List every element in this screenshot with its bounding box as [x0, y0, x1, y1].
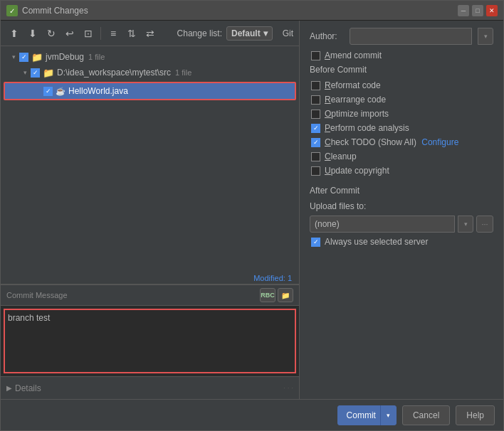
analysis-label: Perform code analysis	[325, 123, 409, 133]
commit-message-input[interactable]: branch test	[6, 312, 293, 368]
author-row: Author: ▾	[310, 28, 493, 45]
toolbar-btn-group[interactable]: ⇅	[124, 26, 140, 41]
file-highlight-wrapper: ☕ HelloWorld.java	[4, 82, 296, 100]
window-icon: ✓	[6, 5, 18, 16]
commit-textarea-border: branch test	[4, 309, 296, 373]
reformat-label: Reformat code	[325, 80, 381, 90]
cancel-button[interactable]: Cancel	[402, 405, 450, 425]
modified-line: Modified: 1	[1, 272, 299, 284]
optimize-checkbox[interactable]	[311, 110, 320, 119]
always-use-checkbox[interactable]	[311, 238, 320, 247]
modified-value: 1	[288, 274, 292, 282]
tree-item-src[interactable]: ▾ 📁 D:\idea_workspace\mytest\src 1 file	[1, 65, 299, 80]
upload-label-row: Upload files to:	[310, 201, 493, 211]
tree-item-helloworld[interactable]: ☕ HelloWorld.java	[5, 83, 295, 99]
window-title: Commit Changes	[22, 6, 458, 16]
toolbar-btn-back[interactable]: ↩	[62, 26, 78, 41]
modified-label: Modified:	[253, 274, 285, 282]
checkbox-src[interactable]	[31, 68, 40, 78]
help-button[interactable]: Help	[456, 405, 495, 425]
expand-arrow-src[interactable]: ▾	[21, 68, 29, 77]
expand-arrow-helloworld	[36, 87, 42, 95]
analysis-row[interactable]: Perform code analysis	[310, 123, 493, 133]
todo-checkbox[interactable]	[311, 138, 320, 147]
rearrange-label: Rearrange code	[325, 95, 386, 105]
reformat-checkbox[interactable]	[311, 81, 320, 90]
cleanup-row[interactable]: Cleanup	[310, 151, 493, 161]
folder-icon-jvmdebug: 📁	[31, 52, 43, 63]
author-input[interactable]	[350, 28, 472, 45]
java-file-icon: ☕	[56, 87, 65, 96]
amend-commit-label: Amend commit	[325, 50, 382, 60]
toolbar-btn-diff[interactable]: ⊡	[80, 26, 96, 41]
todo-row[interactable]: Check TODO (Show All) Configure	[310, 137, 493, 147]
folder-button[interactable]: 📁	[278, 288, 293, 302]
commit-msg-buttons: RBC 📁	[260, 288, 293, 302]
upload-label: Upload files to:	[310, 201, 366, 211]
details-label: Details	[15, 383, 41, 393]
optimize-row[interactable]: Optimize imports	[310, 109, 493, 119]
upload-dropdown-row: (none) ▾ ···	[310, 216, 493, 233]
author-dropdown-btn[interactable]: ▾	[478, 28, 493, 45]
changelist-value: Default	[231, 28, 261, 38]
cleanup-checkbox[interactable]	[311, 152, 320, 161]
amend-commit-row[interactable]: Amend commit	[310, 50, 493, 60]
upload-select-dropdown-btn[interactable]: ▾	[458, 216, 473, 233]
always-use-label: Always use selected server	[325, 237, 428, 247]
tree-count-jvmdebug: 1 file	[88, 53, 105, 61]
analysis-checkbox[interactable]	[311, 124, 320, 133]
right-panel: Author: ▾ Amend commit Before Commit Ref…	[300, 21, 503, 399]
commit-textarea-container: branch test	[1, 306, 299, 376]
folder-icon-src: 📁	[43, 68, 54, 78]
changelist-label: Change list:	[177, 28, 222, 38]
maximize-button[interactable]: □	[472, 5, 483, 16]
changelist-section: Change list: Default ▾ Git	[177, 26, 293, 41]
bottom-bar: Commit ▾ Cancel Help	[1, 399, 503, 430]
upload-select[interactable]: (none)	[310, 216, 455, 233]
tree-count-src: 1 file	[175, 68, 191, 77]
title-bar: ✓ Commit Changes ─ □ ✕	[1, 1, 503, 21]
changelist-dropdown[interactable]: Default ▾	[226, 26, 273, 41]
checkbox-jvmdebug[interactable]	[19, 53, 28, 62]
checkbox-helloworld[interactable]	[43, 87, 53, 96]
copyright-checkbox[interactable]	[311, 166, 320, 176]
configure-link[interactable]: Configure	[421, 137, 458, 147]
details-expand-icon: ▶	[6, 384, 12, 392]
commit-dropdown-icon[interactable]: ▾	[380, 405, 396, 425]
upload-more-btn[interactable]: ···	[476, 216, 493, 233]
commit-message-label: Commit Message	[6, 291, 260, 299]
details-section[interactable]: ▶ Details · · ·	[1, 376, 299, 399]
git-label: Git	[283, 28, 293, 38]
toolbar-btn-refresh[interactable]: ↻	[43, 26, 59, 41]
upload-select-value: (none)	[315, 219, 340, 229]
after-commit-section: After Commit Upload files to: (none) ▾ ·…	[310, 186, 493, 247]
tree-item-jvmdebug[interactable]: ▾ 📁 jvmDebug 1 file	[1, 49, 299, 65]
close-button[interactable]: ✕	[486, 5, 498, 16]
rearrange-row[interactable]: Rearrange code	[310, 95, 493, 105]
toolbar-btn-2[interactable]: ⬇	[25, 26, 41, 41]
title-bar-buttons: ─ □ ✕	[458, 5, 498, 16]
toolbar-btn-expand[interactable]: ≡	[105, 26, 121, 41]
rbc-button[interactable]: RBC	[260, 288, 275, 302]
before-commit-title: Before Commit	[310, 65, 493, 75]
expand-arrow-jvmdebug[interactable]: ▾	[9, 53, 18, 61]
amend-commit-checkbox[interactable]	[311, 51, 320, 60]
amend-underline: A	[325, 50, 330, 60]
commit-button[interactable]: Commit ▾	[337, 405, 397, 425]
always-use-row[interactable]: Always use selected server	[310, 237, 493, 247]
commit-button-label: Commit	[347, 410, 380, 420]
optimize-label: Optimize imports	[325, 109, 389, 119]
minimize-button[interactable]: ─	[458, 5, 469, 16]
toolbar-btn-sort[interactable]: ⇄	[142, 26, 158, 41]
commit-message-section: Commit Message RBC 📁 branch test	[1, 284, 299, 376]
copyright-row[interactable]: Update copyright	[310, 166, 493, 176]
author-label: Author:	[310, 31, 344, 41]
reformat-row[interactable]: Reformat code	[310, 80, 493, 90]
toolbar-btn-1[interactable]: ⬆	[6, 26, 22, 41]
rearrange-checkbox[interactable]	[311, 95, 320, 105]
before-commit-section: Before Commit Reformat code Rearrange co…	[310, 65, 493, 176]
copyright-label: Update copyright	[325, 166, 389, 176]
file-tree[interactable]: ▾ 📁 jvmDebug 1 file ▾ 📁 D:\idea_workspac…	[1, 46, 299, 272]
svg-text:✓: ✓	[9, 7, 15, 15]
todo-label: Check TODO (Show All) Configure	[325, 137, 458, 147]
